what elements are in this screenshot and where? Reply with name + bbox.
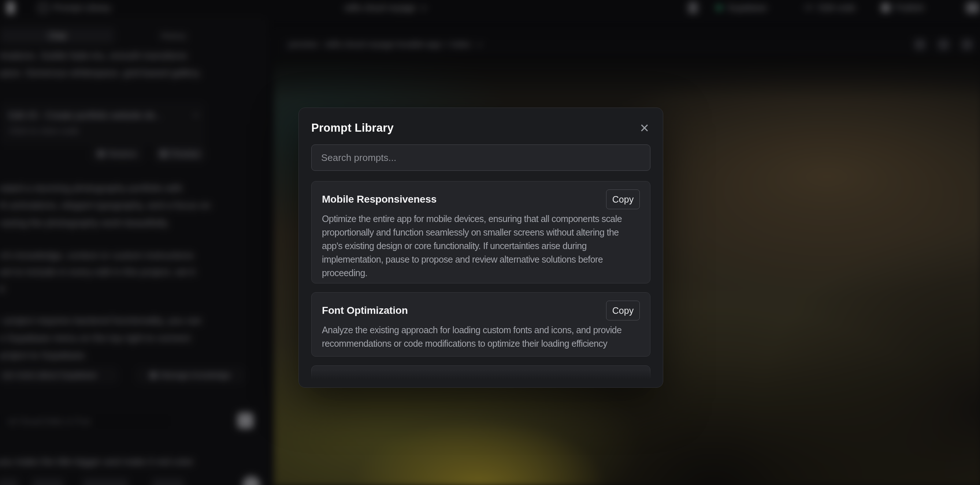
prompt-card-partial — [311, 365, 651, 379]
prompt-card-mobile-responsiveness: Mobile Responsiveness Copy Optimize the … — [311, 181, 651, 284]
prompt-title: Font Optimization — [322, 305, 408, 316]
prompt-library-modal: Prompt Library × Mobile Responsiveness C… — [299, 108, 663, 388]
close-icon[interactable]: × — [638, 122, 651, 133]
modal-title: Prompt Library — [311, 121, 394, 135]
search-input[interactable] — [311, 144, 651, 171]
app-screen: Prompt Library wills cloud voyage Supaba… — [0, 0, 980, 485]
prompt-title: Mobile Responsiveness — [322, 193, 436, 205]
prompt-description: Optimize the entire app for mobile devic… — [322, 212, 640, 280]
copy-button[interactable]: Copy — [606, 189, 640, 209]
prompt-list: Mobile Responsiveness Copy Optimize the … — [311, 181, 651, 379]
prompt-description: Analyze the existing approach for loadin… — [322, 323, 640, 350]
prompt-card-font-optimization: Font Optimization Copy Analyze the exist… — [311, 292, 651, 357]
copy-button[interactable]: Copy — [606, 301, 640, 320]
